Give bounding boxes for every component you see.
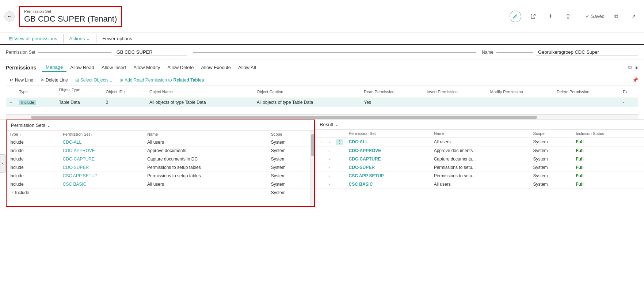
- ps-scope-empty: System: [268, 189, 311, 197]
- permission-sets-label: Permission Sets: [11, 122, 45, 128]
- col-modify-permission: Modify Permission: [487, 86, 554, 98]
- result-panel: Result ⌄ Permission Set Name Scope Inclu…: [315, 120, 644, 207]
- page-title: GB CDC SUPER (Tenant): [24, 14, 117, 24]
- side-tab[interactable]: ‹: [0, 154, 6, 173]
- table-row-empty: [6, 107, 638, 114]
- rt-scope: System: [530, 163, 573, 172]
- back-button[interactable]: ←: [4, 11, 15, 22]
- tab-allow-modify[interactable]: Allow Modify: [130, 63, 164, 72]
- tab-manage[interactable]: Manage: [42, 63, 66, 72]
- ps-permission-set: CDC-ALL: [60, 138, 144, 147]
- rt-col-arrow: [315, 130, 325, 137]
- open-new-window-icon[interactable]: ⧉: [628, 64, 632, 71]
- rt-col-expand: [325, 130, 332, 137]
- chevron-down-icon: ⌄: [86, 36, 90, 41]
- fullscreen-button[interactable]: ↗: [628, 11, 640, 22]
- delete-button[interactable]: [562, 11, 574, 22]
- add-read-permission-button[interactable]: ⊕ Add Read Permission to Related Tables: [116, 76, 207, 84]
- ps-scope: System: [268, 155, 311, 163]
- result-label: Result: [320, 122, 333, 127]
- rt-chevron[interactable]: ›: [325, 147, 332, 155]
- tab-allow-read[interactable]: Allow Read: [66, 63, 98, 72]
- row-read-permission: Yes: [361, 98, 424, 107]
- rt-permission-set: CSC APP SETUP: [346, 172, 431, 180]
- ps-col-name: Name: [144, 131, 268, 138]
- tab-allow-insert[interactable]: Allow Insert: [98, 63, 130, 72]
- header-actions: + ✓ Saved ⧉ ↗: [510, 11, 640, 22]
- collapse-icon[interactable]: ∎: [635, 64, 638, 71]
- trash-icon: [565, 14, 571, 19]
- panel-left-scrollbar[interactable]: [310, 131, 314, 206]
- pin-icon[interactable]: 📌: [632, 77, 638, 83]
- row-ex: ·: [620, 98, 638, 107]
- permission-set-field: Permission Set: [6, 49, 187, 56]
- new-line-button[interactable]: ↵ New Line: [6, 76, 37, 84]
- fewer-options-button[interactable]: Fewer options: [98, 33, 137, 44]
- tab-allow-delete[interactable]: Allow Delete: [164, 63, 197, 72]
- rt-col-dots: [333, 130, 346, 137]
- rt-col-name: Name: [431, 130, 530, 137]
- rt-inclusion-status: Full: [573, 147, 644, 155]
- row-object-id: 0: [103, 98, 146, 107]
- ps-arrow: → Include: [7, 189, 60, 197]
- rt-chevron[interactable]: ›: [325, 155, 332, 163]
- rt-dots[interactable]: ⋮: [333, 137, 346, 147]
- add-button[interactable]: +: [545, 11, 556, 22]
- result-header: Result ⌄: [315, 120, 644, 130]
- permissions-table: Type Object Type↑ Object ID ↑ Object Nam…: [6, 86, 638, 114]
- rt-scope: System: [530, 137, 573, 147]
- row-type: Include: [16, 98, 56, 107]
- permission-sets-table: Type ↑ Permission Set ↑ Name Scope Inclu…: [7, 131, 310, 197]
- select-objects-button[interactable]: ⊞ Select Objects...: [72, 76, 116, 84]
- share-button[interactable]: [527, 11, 539, 22]
- view-all-permissions-button[interactable]: ⊞ View all permissions: [4, 33, 62, 44]
- rt-chevron[interactable]: ›: [325, 172, 332, 180]
- edit-button[interactable]: [510, 11, 521, 22]
- tab-allow-all[interactable]: Allow All: [235, 63, 259, 72]
- name-field: Name: [482, 49, 638, 56]
- ps-type: Include: [7, 138, 60, 147]
- permission-sets-panel: Permission Sets ⌄ Type ↑ Permission Set …: [6, 120, 315, 207]
- expand-button[interactable]: ⧉: [610, 11, 622, 22]
- chevron-down-icon-result[interactable]: ⌄: [335, 122, 338, 127]
- scrollbar-thumb[interactable]: [31, 116, 537, 119]
- ps-type: Include: [7, 155, 60, 163]
- col-object-type: Object Type↑: [56, 86, 103, 98]
- main-toolbar: ⊞ View all permissions Actions ⌄ Fewer o…: [0, 33, 644, 45]
- rt-chevron[interactable]: ›: [325, 137, 332, 147]
- chevron-down-icon-panel[interactable]: ⌄: [47, 123, 50, 128]
- permission-sets-scroll[interactable]: Type ↑ Permission Set ↑ Name Scope Inclu…: [7, 131, 310, 206]
- ps-name: Permissions to setup tables: [144, 172, 268, 180]
- ps-col-permission-set: Permission Set ↑: [60, 131, 144, 138]
- name-input[interactable]: [536, 49, 638, 56]
- ps-name: Capture documents in DC: [144, 155, 268, 163]
- panel-left-scrollbar-thumb[interactable]: [311, 134, 314, 156]
- rt-chevron[interactable]: ›: [325, 180, 332, 189]
- col-delete-permission: Delete Permission: [554, 86, 620, 98]
- three-dot-menu[interactable]: ⋮: [336, 139, 343, 145]
- list-item: Include CDC-CAPTURE Capture documents in…: [7, 155, 310, 163]
- row-delete-permission: [554, 98, 620, 107]
- row-object-caption: All objects of type Table Data: [254, 98, 361, 107]
- horizontal-scrollbar[interactable]: [6, 115, 638, 119]
- actions-button[interactable]: Actions ⌄: [65, 33, 95, 44]
- ps-name: All users: [144, 138, 268, 147]
- tab-allow-execute[interactable]: Allow Execute: [197, 63, 235, 72]
- name-label: Name: [482, 50, 494, 55]
- new-line-icon: ↵: [9, 77, 14, 83]
- rt-col-inclusion-status: Inclusion Status: [573, 130, 644, 137]
- rt-chevron[interactable]: ›: [325, 163, 332, 172]
- permission-set-input[interactable]: [114, 49, 187, 56]
- rt-scope: System: [530, 172, 573, 180]
- rt-scope: System: [530, 147, 573, 155]
- ps-col-scope: Scope: [268, 131, 311, 138]
- rt-permission-set: CDC-SUPER: [346, 163, 431, 172]
- permissions-label: Permissions: [6, 65, 36, 71]
- form-section: Permission Set Name: [0, 45, 644, 60]
- rt-permission-set: CDC-ALL: [346, 137, 431, 147]
- rt-scope: System: [530, 180, 573, 189]
- result-table: Permission Set Name Scope Inclusion Stat…: [315, 130, 644, 189]
- ps-name: Approve documents: [144, 147, 268, 155]
- delete-line-button[interactable]: ✕ Delete Line: [37, 76, 72, 84]
- result-content[interactable]: Permission Set Name Scope Inclusion Stat…: [315, 130, 644, 207]
